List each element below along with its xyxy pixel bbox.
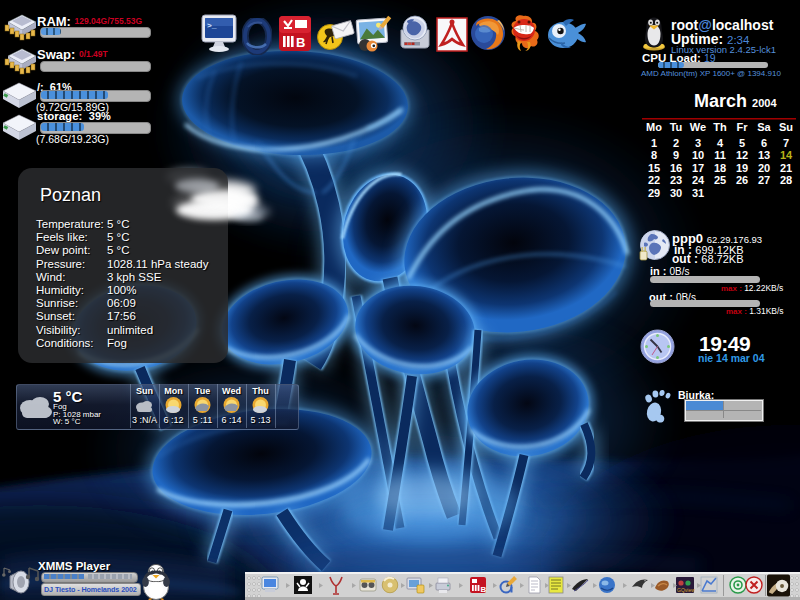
svg-text:>_: >_ [207, 21, 217, 30]
svg-text:GQview: GQview [677, 587, 695, 593]
svg-text:B: B [481, 585, 487, 594]
svg-text:B: B [296, 35, 305, 50]
